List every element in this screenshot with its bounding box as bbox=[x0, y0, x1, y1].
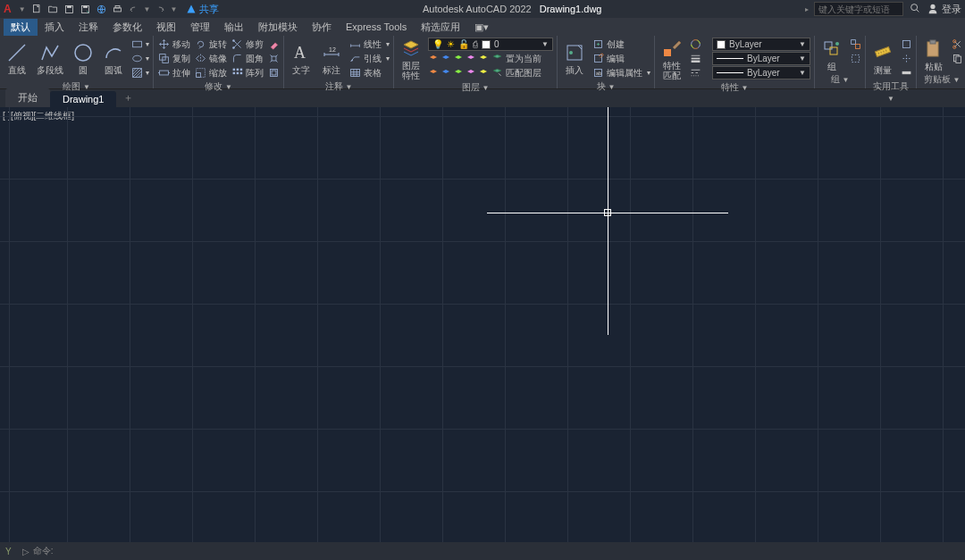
tab-manage[interactable]: 管理 bbox=[183, 19, 217, 36]
share-button[interactable]: 共享 bbox=[186, 3, 219, 16]
new-icon[interactable] bbox=[31, 3, 44, 15]
fillet-button[interactable]: 圆角 bbox=[231, 52, 264, 65]
layer-tool-6[interactable] bbox=[428, 68, 439, 79]
text-button[interactable]: A 文字 bbox=[288, 38, 315, 79]
polyline-button[interactable]: 多段线 bbox=[34, 38, 66, 79]
table-button[interactable]: 表格 bbox=[348, 66, 390, 79]
drawing-canvas[interactable]: [-][俯视][二维线框] bbox=[0, 107, 965, 542]
copy-button[interactable]: 复制 bbox=[157, 52, 190, 65]
panel-clip-label[interactable]: 剪贴板 ▼ bbox=[920, 72, 963, 87]
search-caret[interactable]: ▸ bbox=[805, 5, 809, 13]
app-logo[interactable]: A bbox=[4, 3, 12, 15]
redo-icon[interactable] bbox=[155, 3, 167, 15]
search-icon[interactable] bbox=[909, 2, 921, 16]
tab-addins[interactable]: 附加模块 bbox=[251, 19, 305, 36]
rectangle-button[interactable]: ▾ bbox=[130, 38, 149, 51]
group-button[interactable]: 组 bbox=[818, 38, 845, 72]
layer-tool-4[interactable] bbox=[466, 54, 476, 64]
tab-express[interactable]: Express Tools bbox=[339, 20, 414, 34]
web-icon[interactable] bbox=[96, 3, 108, 15]
match-props-button[interactable]: 特性 匹配 bbox=[659, 38, 685, 80]
saveas-icon[interactable] bbox=[80, 3, 92, 15]
ellipse-button[interactable]: ▾ bbox=[130, 52, 149, 65]
set-current-button[interactable]: 置为当前 bbox=[491, 52, 541, 65]
trim-button[interactable]: 修剪 bbox=[231, 38, 264, 51]
command-prompt[interactable]: 命令: bbox=[33, 545, 54, 557]
util-2[interactable] bbox=[900, 52, 912, 65]
leader-button[interactable]: 引线▾ bbox=[348, 52, 390, 65]
lineweight-combo[interactable]: ByLayer▼ bbox=[712, 52, 810, 65]
linear-button[interactable]: 线性▾ bbox=[348, 38, 390, 51]
search-input[interactable] bbox=[814, 2, 903, 16]
redo-dropdown[interactable]: ▼ bbox=[171, 5, 178, 13]
group-edit-button[interactable] bbox=[849, 52, 861, 65]
login-button[interactable]: 登录 bbox=[927, 3, 961, 16]
hatch-button[interactable]: ▾ bbox=[130, 66, 149, 79]
ungroup-button[interactable] bbox=[849, 38, 861, 51]
layer-tool-5[interactable] bbox=[478, 54, 489, 64]
props-lt-button[interactable] bbox=[689, 66, 709, 79]
array-button[interactable]: 阵列 bbox=[231, 66, 264, 79]
edit-attr-button[interactable]: ab编辑属性▾ bbox=[592, 66, 650, 79]
layer-tool-1[interactable] bbox=[428, 54, 439, 64]
arc-button[interactable]: 圆弧 bbox=[100, 38, 127, 79]
match-layer-button[interactable]: 匹配图层 bbox=[491, 66, 541, 79]
tab-new[interactable]: ＋ bbox=[116, 88, 140, 107]
tab-view[interactable]: 视图 bbox=[149, 19, 183, 36]
tab-start[interactable]: 开始 bbox=[5, 88, 50, 107]
plot-icon[interactable] bbox=[112, 3, 124, 15]
props-color-button[interactable] bbox=[689, 38, 709, 51]
create-block-button[interactable]: 创建 bbox=[592, 38, 650, 51]
layer-tool-3[interactable] bbox=[453, 54, 464, 64]
tab-expand[interactable]: ▣▾ bbox=[467, 20, 496, 35]
layer-tool-9[interactable] bbox=[466, 68, 476, 79]
panel-utils-label[interactable]: 实用工具 ▼ bbox=[869, 79, 912, 104]
color-combo[interactable]: ByLayer▼ bbox=[712, 38, 810, 51]
util-3[interactable] bbox=[900, 66, 912, 79]
panel-modify-label[interactable]: 修改 ▼ bbox=[157, 79, 280, 94]
save-icon[interactable] bbox=[63, 3, 76, 15]
edit-block-button[interactable]: 编辑 bbox=[592, 52, 650, 65]
undo-dropdown[interactable]: ▼ bbox=[144, 5, 151, 13]
dim-button[interactable]: 12 标注 bbox=[318, 38, 345, 79]
util-1[interactable] bbox=[900, 38, 912, 51]
rotate-button[interactable]: 旋转 bbox=[194, 38, 227, 51]
open-icon[interactable] bbox=[47, 3, 60, 15]
erase-button[interactable] bbox=[267, 38, 280, 51]
props-lw-button[interactable] bbox=[689, 52, 709, 65]
scale-button[interactable]: 缩放 bbox=[194, 66, 227, 79]
copy-clip-button[interactable] bbox=[951, 52, 963, 65]
tab-output[interactable]: 输出 bbox=[217, 19, 251, 36]
explode-button[interactable] bbox=[267, 52, 280, 65]
panel-layers-label[interactable]: 图层 ▼ bbox=[398, 80, 553, 95]
offset-button[interactable] bbox=[267, 66, 280, 79]
paste-button[interactable]: 粘贴 bbox=[920, 38, 947, 72]
command-line-icon[interactable]: ▷ bbox=[22, 547, 29, 556]
layer-combo[interactable]: 💡 ☀ 🔓 ⎙ 0 ▼ bbox=[428, 38, 553, 51]
tab-annotate[interactable]: 注释 bbox=[71, 19, 105, 36]
tab-featured[interactable]: 精选应用 bbox=[414, 19, 467, 36]
line-button[interactable]: 直线 bbox=[4, 38, 30, 79]
move-button[interactable]: 移动 bbox=[157, 38, 190, 51]
panel-annotate-label[interactable]: 注释 ▼ bbox=[288, 79, 390, 94]
cut-button[interactable] bbox=[951, 38, 963, 51]
tab-drawing[interactable]: Drawing1 bbox=[50, 91, 116, 107]
tab-default[interactable]: 默认 bbox=[4, 19, 38, 36]
mirror-button[interactable]: 镜像 bbox=[194, 52, 227, 65]
layer-tool-8[interactable] bbox=[453, 68, 464, 79]
layer-tool-7[interactable] bbox=[441, 68, 451, 79]
tab-collab[interactable]: 协作 bbox=[305, 19, 339, 36]
undo-icon[interactable] bbox=[128, 3, 140, 15]
panel-block-label[interactable]: 块 ▼ bbox=[561, 79, 650, 94]
layer-tool-2[interactable] bbox=[441, 54, 451, 64]
logo-dropdown[interactable]: ▼ bbox=[19, 5, 26, 13]
layer-props-button[interactable]: 图层 特性 bbox=[398, 38, 424, 80]
tab-parametric[interactable]: 参数化 bbox=[105, 19, 149, 36]
layer-tool-10[interactable] bbox=[478, 68, 489, 79]
panel-props-label[interactable]: 特性 ▼ bbox=[659, 80, 810, 95]
panel-groups-label[interactable]: 组 ▼ bbox=[818, 72, 861, 87]
tab-insert[interactable]: 插入 bbox=[38, 19, 71, 36]
insert-block-button[interactable]: 插入 bbox=[561, 38, 588, 79]
measure-button[interactable]: 测量 bbox=[869, 38, 896, 79]
linetype-combo[interactable]: ByLayer▼ bbox=[712, 66, 810, 79]
